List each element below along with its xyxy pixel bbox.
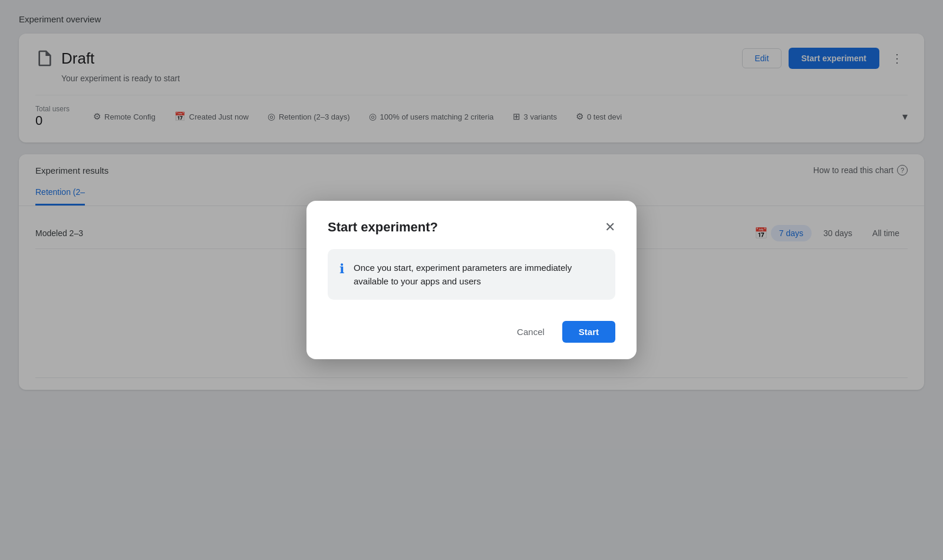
modal-backdrop: Start experiment? ✕ ℹ Once you start, ex… xyxy=(0,0,943,560)
modal-title: Start experiment? xyxy=(328,220,438,235)
modal-info-text: Once you start, experiment parameters ar… xyxy=(354,261,604,289)
start-experiment-modal: Start experiment? ✕ ℹ Once you start, ex… xyxy=(306,201,637,360)
start-button[interactable]: Start xyxy=(562,321,615,343)
modal-actions: Cancel Start xyxy=(328,321,615,343)
cancel-button[interactable]: Cancel xyxy=(506,321,555,343)
info-icon: ℹ xyxy=(339,261,344,277)
modal-header: Start experiment? ✕ xyxy=(328,220,615,235)
modal-close-button[interactable]: ✕ xyxy=(605,221,615,234)
modal-info-box: ℹ Once you start, experiment parameters … xyxy=(328,249,615,300)
